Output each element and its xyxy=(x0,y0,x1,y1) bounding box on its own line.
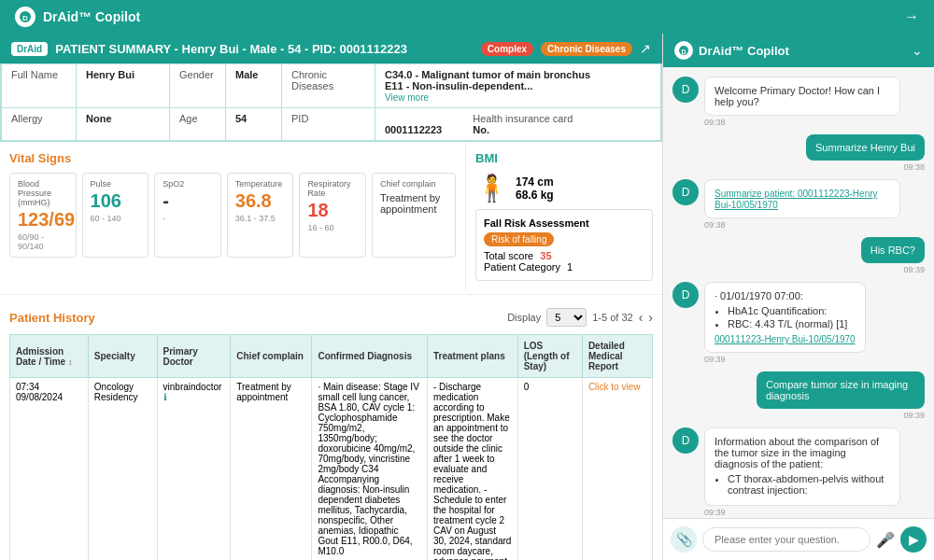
display-controls: Display 5 10 20 1-5 of 32 ‹ › xyxy=(507,308,653,327)
send-button[interactable]: ▶ xyxy=(900,526,927,553)
history-title: Patient History xyxy=(9,311,95,325)
expand-icon[interactable]: ↗ xyxy=(640,41,651,56)
tumor-time: 09:39 xyxy=(704,508,900,517)
user3-time: 09:39 xyxy=(757,411,925,420)
mic-button[interactable]: 🎤 xyxy=(876,531,895,549)
attach-button[interactable]: 📎 xyxy=(671,526,697,553)
col-treatment: Treatment plans xyxy=(428,335,518,378)
bmi-weight: 68.6 kg xyxy=(516,189,554,202)
view-more-link[interactable]: View more xyxy=(385,92,429,103)
health-insurance-value: No. xyxy=(473,124,489,135)
bmi-values: 🧍 174 cm 68.6 kg xyxy=(475,173,653,203)
user1-text: Summarize Henry Bui xyxy=(815,142,915,153)
spo2-range: - xyxy=(163,214,213,223)
chat-header: D DrAid™ Copilot ⌄ xyxy=(663,34,934,67)
vitals-title: Vital Signs xyxy=(9,151,456,165)
svg-text:D: D xyxy=(22,14,28,22)
chat-body: D Welcome Primary Doctor! How can I help… xyxy=(663,67,934,518)
badge-chronic: Chronic Diseases xyxy=(541,42,632,56)
chief-value: Treatment by appointment xyxy=(380,192,447,215)
rbc-time: 09:39 xyxy=(704,355,866,364)
resp-rate-card: Respiratory Rate 18 16 - 60 xyxy=(299,173,366,258)
page-info: 1-5 of 32 xyxy=(592,312,632,323)
chat-collapse-button[interactable]: ⌄ xyxy=(912,43,923,58)
temp-range: 36.1 - 37.5 xyxy=(235,214,286,223)
bp-value: 123/69 xyxy=(18,209,68,231)
chat-logo-icon: D xyxy=(674,41,693,60)
display-label: Display xyxy=(507,312,541,323)
row-doctor: vinbraindoctor ℹ xyxy=(157,378,231,561)
row-specialty: Oncology Residency xyxy=(88,378,157,561)
bot-rbc-bubble: · 01/01/1970 07:00: HbA1c Quantification… xyxy=(704,282,866,353)
app-title: DrAid™ Copilot xyxy=(43,9,140,24)
click-to-view-link[interactable]: Click to view xyxy=(588,382,641,392)
col-diagnosis: Confirmed Diagnosis xyxy=(312,335,428,378)
patient-category: Patient Category 1 xyxy=(484,261,644,273)
chief-label: Chief complain xyxy=(380,179,447,189)
health-insurance-label: Health insurance card xyxy=(473,113,573,124)
bot-avatar-3: D xyxy=(672,282,699,308)
bp-range: 60/90 - 90/140 xyxy=(18,232,68,251)
temp-value: 36.8 xyxy=(235,190,286,212)
user1-bubble: Summarize Henry Bui xyxy=(806,134,925,161)
spo2-value: - xyxy=(163,190,213,212)
patient-summary-title: PATIENT SUMMARY - Henry Bui - Male - 54 … xyxy=(55,42,474,56)
bmi-height: 174 cm xyxy=(516,175,554,189)
full-name-label: Full Name xyxy=(11,69,58,80)
welcome-bubble: Welcome Primary Doctor! How can I help y… xyxy=(704,77,900,116)
bp-label: Blood Pressure (mmHG) xyxy=(18,179,68,207)
user3-text: Compare tumor size in imaging diagnosis xyxy=(766,379,908,401)
chat-title: DrAid™ Copilot xyxy=(699,44,789,58)
resp-range: 16 - 60 xyxy=(307,223,358,232)
user3-bubble: Compare tumor size in imaging diagnosis xyxy=(757,371,925,409)
bot-avatar: D xyxy=(672,77,699,103)
chat-message-user2: His RBC? 09:39 xyxy=(672,237,925,274)
chat-header-title-area: D DrAid™ Copilot xyxy=(674,41,789,60)
resp-value: 18 xyxy=(307,200,358,221)
chat-message-user3: Compare tumor size in imaging diagnosis … xyxy=(672,371,925,420)
vitals-cards: Blood Pressure (mmHG) 123/69 60/90 - 90/… xyxy=(9,173,456,258)
col-report: Detailed Medical Report xyxy=(582,335,652,378)
age-label: Age xyxy=(179,113,198,124)
gender-value: Male xyxy=(235,69,258,80)
chat-message-bot-tumor: D Information about the comparison of th… xyxy=(672,427,925,517)
row-report[interactable]: Click to view xyxy=(582,378,652,561)
chat-message-bot-rbc: D · 01/01/1970 07:00: HbA1c Quantificati… xyxy=(672,282,925,364)
chief-complaint-card: Chief complain Treatment by appointment xyxy=(372,173,456,258)
welcome-time: 09:38 xyxy=(704,118,900,127)
tumor-item1: CT thorax-abdomen-pelvis without contras… xyxy=(728,473,890,496)
welcome-text: Welcome Primary Doctor! How can I help y… xyxy=(715,85,880,107)
user1-time: 09:38 xyxy=(806,162,925,172)
pulse-range: 60 - 140 xyxy=(91,214,141,223)
history-section: Patient History Display 5 10 20 1-5 of 3… xyxy=(0,299,662,560)
rbc-item1: HbA1c Quantification: xyxy=(728,305,856,316)
history-header: Patient History Display 5 10 20 1-5 of 3… xyxy=(9,308,653,327)
patient-header: DrAid PATIENT SUMMARY - Henry Bui - Male… xyxy=(0,34,662,63)
pid-label: PID xyxy=(291,113,308,124)
badge-complex: Complex xyxy=(481,42,533,56)
gender-label: Gender xyxy=(179,69,214,80)
allergy-label: Allergy xyxy=(11,113,43,124)
bot-tumor-bubble: Information about the comparison of the … xyxy=(704,427,900,506)
bot-link1-text[interactable]: Summarize patient: 0001112223-Henry Bui-… xyxy=(715,189,878,210)
fall-risk-badge: Risk of falling xyxy=(484,232,554,246)
display-select[interactable]: 5 10 20 xyxy=(546,308,587,327)
patient-info-table: Full Name Henry Bui Gender Male Chronic … xyxy=(0,63,662,142)
body-icon: 🧍 xyxy=(475,173,508,203)
row-chief: Treatment by appointment xyxy=(231,378,312,561)
app-header-arrow[interactable]: → xyxy=(904,8,919,25)
left-panel: DrAid PATIENT SUMMARY - Henry Bui - Male… xyxy=(0,34,663,560)
chat-input-area: 📎 🎤 ▶ xyxy=(663,518,934,560)
spo2-card: SpO2 - - xyxy=(154,173,221,258)
next-page-button[interactable]: › xyxy=(648,310,653,325)
chat-input[interactable] xyxy=(702,527,870,552)
prev-page-button[interactable]: ‹ xyxy=(639,310,644,325)
draid-logo-small: DrAid xyxy=(11,42,48,56)
row-treatment: - Discharge medication according to pres… xyxy=(428,378,518,561)
rbc-link[interactable]: 000111223-Henry Bui-10/05/1970 xyxy=(715,334,856,344)
fall-risk-card: Fall Risk Assessment Risk of falling Tot… xyxy=(475,209,653,281)
rbc-intro: · 01/01/1970 07:00: xyxy=(715,290,856,301)
bot-avatar-4: D xyxy=(672,427,699,454)
spo2-label: SpO2 xyxy=(163,179,213,189)
chat-message-welcome: D Welcome Primary Doctor! How can I help… xyxy=(672,77,925,127)
